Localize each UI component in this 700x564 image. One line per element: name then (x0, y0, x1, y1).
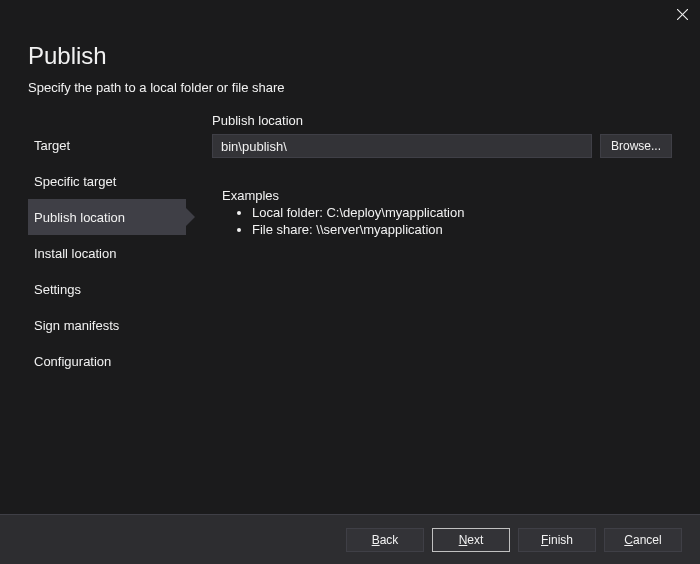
next-button[interactable]: Next (432, 528, 510, 552)
sidebar-item-label: Settings (34, 282, 81, 297)
page-title: Publish (28, 42, 672, 70)
sidebar-item-sign-manifests[interactable]: Sign manifests (28, 307, 186, 343)
example-item: File share: \\server\myapplication (252, 222, 672, 239)
footer: Back Next Finish Cancel (0, 514, 700, 564)
sidebar: Target Specific target Publish location … (28, 113, 208, 379)
sidebar-item-configuration[interactable]: Configuration (28, 343, 186, 379)
cancel-button[interactable]: Cancel (604, 528, 682, 552)
input-row: Browse... (212, 134, 672, 158)
cancel-button-rest: ancel (633, 533, 662, 547)
finish-button-rest: inish (548, 533, 573, 547)
sidebar-item-label: Specific target (34, 174, 116, 189)
back-button-rest: ack (380, 533, 399, 547)
sidebar-item-settings[interactable]: Settings (28, 271, 186, 307)
browse-button[interactable]: Browse... (600, 134, 672, 158)
sidebar-item-label: Install location (34, 246, 116, 261)
close-button[interactable] (670, 4, 694, 24)
close-icon (677, 9, 688, 20)
sidebar-item-label: Publish location (34, 210, 125, 225)
next-button-rest: ext (467, 533, 483, 547)
sidebar-item-install-location[interactable]: Install location (28, 235, 186, 271)
sidebar-item-specific-target[interactable]: Specific target (28, 163, 186, 199)
publish-location-label: Publish location (212, 113, 672, 128)
examples-section: Examples Local folder: C:\deploy\myappli… (212, 188, 672, 239)
header: Publish Specify the path to a local fold… (0, 28, 700, 95)
example-item: Local folder: C:\deploy\myapplication (252, 205, 672, 222)
publish-location-input[interactable] (212, 134, 592, 158)
back-button[interactable]: Back (346, 528, 424, 552)
main-panel: Publish location Browse... Examples Loca… (208, 113, 672, 379)
examples-list: Local folder: C:\deploy\myapplication Fi… (222, 205, 672, 239)
finish-button[interactable]: Finish (518, 528, 596, 552)
sidebar-item-label: Target (34, 138, 70, 153)
content: Target Specific target Publish location … (0, 95, 700, 379)
sidebar-item-target[interactable]: Target (28, 127, 186, 163)
examples-title: Examples (222, 188, 672, 203)
sidebar-item-label: Configuration (34, 354, 111, 369)
titlebar (0, 0, 700, 28)
page-subtitle: Specify the path to a local folder or fi… (28, 80, 672, 95)
sidebar-item-publish-location[interactable]: Publish location (28, 199, 186, 235)
sidebar-item-label: Sign manifests (34, 318, 119, 333)
